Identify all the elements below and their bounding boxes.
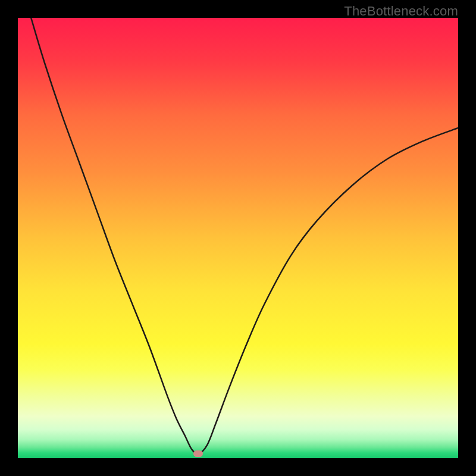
bottleneck-curve <box>18 18 458 458</box>
watermark-text: TheBottleneck.com <box>344 4 458 19</box>
optimal-point-marker <box>193 450 203 457</box>
chart-frame: TheBottleneck.com <box>0 0 476 476</box>
plot-area <box>18 18 458 458</box>
